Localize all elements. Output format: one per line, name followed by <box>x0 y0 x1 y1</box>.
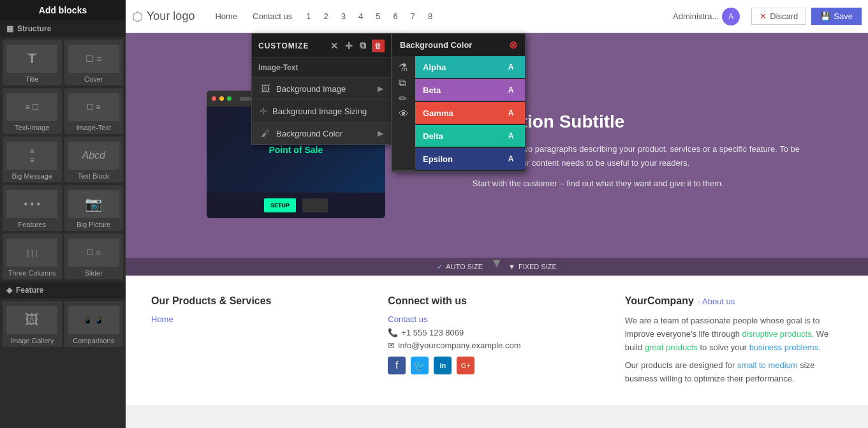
sidebar-structure-grid: T Title ☐ ≡ Cover ≡ ☐ Text-Image ☐ ≡ Ima… <box>0 37 126 282</box>
customize-copy-icon[interactable]: ⧉ <box>358 39 368 52</box>
sidebar-item-cover[interactable]: ☐ ≡ Cover <box>64 40 124 85</box>
paint-icon: 🖌 <box>260 128 271 138</box>
nav-contact[interactable]: Contact us <box>245 0 300 33</box>
layers-icon[interactable]: ⧉ <box>399 77 409 89</box>
color-option-epsilon[interactable]: Epsilon A <box>415 148 525 170</box>
customize-bg-color[interactable]: 🖌 Background Color ▶ <box>252 122 391 144</box>
delta-label: Delta <box>423 131 504 141</box>
discard-button[interactable]: ✕ Discard <box>751 8 806 25</box>
sidebar-item-text-block[interactable]: Abcd Text Block <box>64 137 124 182</box>
image-gallery-icon-area: 🖼 <box>6 306 57 334</box>
customize-header-actions: ✕ ✛ ⧉ 🗑 <box>329 39 385 52</box>
avatar: A <box>722 8 740 26</box>
three-columns-icon-area: | | | <box>6 239 57 267</box>
footer-phone: 📞 +1 555 123 8069 <box>388 328 605 337</box>
sidebar-item-label: Three Columns <box>8 269 56 277</box>
color-option-delta[interactable]: Delta A <box>415 125 525 147</box>
footer-email: ✉ info@yourcompany.example.com <box>388 341 605 350</box>
sidebar-item-three-columns[interactable]: | | | Three Columns <box>3 233 62 279</box>
nav-home[interactable]: Home <box>207 0 245 33</box>
footer-section: Our Products & Services Home Connect wit… <box>126 276 868 405</box>
bg-color-close-icon[interactable]: ⊗ <box>509 39 517 51</box>
nav-num-5[interactable]: 5 <box>369 0 386 33</box>
footer-contact-link[interactable]: Contact us <box>388 314 605 324</box>
save-button[interactable]: 💾 Save <box>811 8 862 25</box>
customize-panel: CUSTOMIZE ✕ ✛ ⧉ 🗑 Image-Text 🖼 Backgroun… <box>251 33 392 145</box>
highlight-business: business problems <box>749 343 818 352</box>
gamma-badge: A <box>504 107 517 119</box>
phone-icon: 📞 <box>388 328 398 337</box>
sidebar-item-title[interactable]: T Title <box>3 40 62 85</box>
sidebar-item-image-gallery[interactable]: 🖼 Image Gallery <box>3 301 62 347</box>
preview-dot-green <box>227 96 232 101</box>
customize-delete-button[interactable]: 🗑 <box>372 40 385 52</box>
customize-close-x-icon[interactable]: ✕ <box>329 40 340 52</box>
arrow-right-icon: ▶ <box>378 129 383 138</box>
bg-color-label: Background Color <box>276 129 342 138</box>
bg-color-panel: Background Color ⊗ ⚗ ⧉ ✏ 👁 Alpha A Beta … <box>392 33 526 172</box>
sidebar-item-label: Text-Image <box>15 124 49 131</box>
delta-badge: A <box>504 129 517 142</box>
email-icon: ✉ <box>388 341 395 350</box>
sidebar-structure-section: ▦ Structure <box>0 20 126 37</box>
color-option-beta[interactable]: Beta A <box>415 79 525 101</box>
text-block-icon-area: Abcd <box>68 142 119 170</box>
color-options: Alpha A Beta A Gamma A Delta A Epsilon <box>415 56 525 171</box>
size-controls: ✓ AUTO SIZE ▼ FIXED SIZE <box>126 258 868 276</box>
footer-about-link[interactable]: - About us <box>698 297 735 306</box>
check-icon: ✓ <box>437 263 443 271</box>
nav-num-2[interactable]: 2 <box>317 0 334 33</box>
sidebar-item-big-message[interactable]: ≡≡ Big Message <box>3 137 62 182</box>
sidebar-item-slider[interactable]: ☐ ≡ Slider <box>64 233 124 279</box>
fixed-size-btn[interactable]: ▼ FIXED SIZE <box>508 263 557 270</box>
facebook-icon[interactable]: f <box>388 357 406 374</box>
brush-icon[interactable]: ✏ <box>399 92 409 105</box>
customize-title: CUSTOMIZE <box>258 41 309 50</box>
footer-company-name: YourCompany <box>625 295 694 307</box>
sidebar-item-label: Image Gallery <box>10 337 54 344</box>
sidebar-item-features[interactable]: • • • Features <box>3 185 62 231</box>
nav-num-4[interactable]: 4 <box>352 0 369 33</box>
main-area: ⬡ Your logo Home Contact us 1 2 3 4 5 6 … <box>126 0 868 428</box>
nav-num-6[interactable]: 6 <box>386 0 404 33</box>
nav-num-3[interactable]: 3 <box>335 0 352 33</box>
sidebar-item-comparisons[interactable]: 📱 📱 Comparisons <box>64 301 124 347</box>
highlight-disruptive: disruptive products <box>742 329 812 339</box>
sidebar-item-label: Image-Text <box>77 124 111 131</box>
big-message-icon-area: ≡≡ <box>6 142 57 170</box>
footer-col1-home-link[interactable]: Home <box>151 314 369 324</box>
sidebar-item-label: Big Message <box>11 172 52 180</box>
discard-x-icon: ✕ <box>760 11 767 21</box>
footer-desc-2: Our products are designed for small to m… <box>625 359 842 386</box>
beta-label: Beta <box>423 85 504 95</box>
twitter-icon[interactable]: 🐦 <box>411 357 429 374</box>
customize-bg-image[interactable]: 🖼 Background Image ▶ <box>252 77 391 100</box>
sidebar-item-image-text[interactable]: ☐ ≡ Image-Text <box>64 88 124 134</box>
nav-num-1[interactable]: 1 <box>300 0 317 33</box>
title-icon-area: T <box>6 45 57 73</box>
sidebar-item-label: Text Block <box>78 172 110 180</box>
sidebar-item-text-image[interactable]: ≡ ☐ Text-Image <box>3 88 62 134</box>
social-icons: f 🐦 in G+ <box>388 357 605 374</box>
customize-header: CUSTOMIZE ✕ ✛ ⧉ 🗑 <box>252 34 391 57</box>
customize-move-icon[interactable]: ✛ <box>344 40 355 52</box>
customize-bg-image-sizing[interactable]: ✛ Background Image Sizing <box>252 100 391 122</box>
alpha-label: Alpha <box>423 63 504 72</box>
linkedin-icon[interactable]: in <box>434 357 452 374</box>
flask-icon[interactable]: ⚗ <box>399 61 409 73</box>
googleplus-icon[interactable]: G+ <box>457 357 474 374</box>
beta-badge: A <box>504 84 517 96</box>
admin-menu[interactable]: Administra... A <box>666 0 746 33</box>
image-icon: 🖼 <box>260 84 271 94</box>
auto-size-btn[interactable]: ✓ AUTO SIZE <box>437 263 483 271</box>
sidebar-item-label: Features <box>18 221 46 228</box>
nav-num-8[interactable]: 8 <box>422 0 439 33</box>
nav-num-7[interactable]: 7 <box>404 0 422 33</box>
sidebar-item-label: Slider <box>85 269 103 277</box>
sidebar-item-big-picture[interactable]: 📷 Big Picture <box>64 185 124 231</box>
sidebar-feature-grid: 🖼 Image Gallery 📱 📱 Comparisons <box>0 299 126 350</box>
eye-icon[interactable]: 👁 <box>399 108 409 120</box>
color-option-gamma[interactable]: Gamma A <box>415 102 525 124</box>
color-option-alpha[interactable]: Alpha A <box>415 56 525 78</box>
logo-area: ⬡ Your logo <box>132 9 195 24</box>
